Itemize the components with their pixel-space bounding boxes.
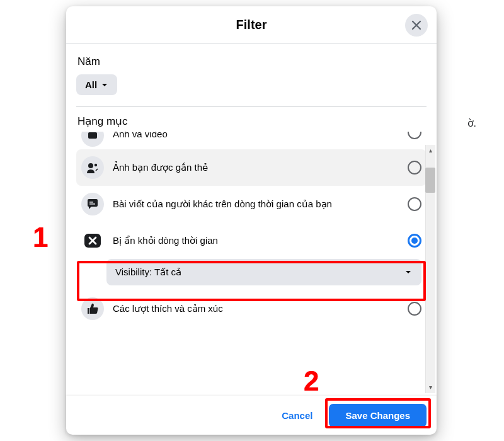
modal-title: Filter (236, 18, 267, 32)
modal-footer: Cancel Save Changes (66, 396, 437, 435)
radio-unselected[interactable] (408, 302, 421, 316)
category-item-label: Bị ẩn khỏi dòng thời gian (113, 234, 399, 247)
year-section-label: Năm (77, 55, 427, 68)
category-list: Ảnh và video Ảnh bạn được gắn thẻ Bài vi… (76, 132, 427, 327)
radio-unselected[interactable] (408, 132, 421, 139)
close-icon (410, 19, 423, 32)
caret-down-icon (101, 81, 108, 89)
photo-video-icon (81, 132, 104, 147)
people-tag-icon (81, 156, 104, 179)
filter-modal: Filter Năm All Hạng mục Ảnh và video (66, 6, 437, 435)
like-icon (81, 297, 104, 320)
modal-header: Filter (66, 6, 437, 44)
category-item-label: Ảnh và video (113, 132, 399, 140)
background-stray-text: ờ. (467, 117, 476, 129)
comment-icon (81, 193, 104, 215)
category-section-label: Hạng mục (77, 115, 427, 128)
radio-unselected[interactable] (408, 161, 421, 175)
modal-body: Năm All Hạng mục Ảnh và video Ảnh bạn đư… (66, 44, 437, 396)
visibility-label: Visibility: Tất cả (115, 266, 181, 278)
category-item-others-posts[interactable]: Bài viết của người khác trên dòng thời g… (76, 186, 427, 222)
section-divider (76, 106, 427, 107)
category-item-label: Các lượt thích và cảm xúc (113, 302, 399, 315)
close-button[interactable] (405, 14, 428, 37)
svg-rect-4 (89, 203, 95, 205)
category-item-hidden[interactable]: Bị ẩn khỏi dòng thời gian (76, 222, 427, 259)
scroll-up-arrow[interactable]: ▴ (427, 146, 434, 155)
category-item-label: Ảnh bạn được gắn thẻ (113, 161, 399, 174)
svg-point-1 (88, 163, 93, 168)
year-selected-label: All (85, 79, 97, 90)
caret-down-icon (404, 268, 413, 277)
svg-point-2 (94, 164, 97, 166)
cancel-button[interactable]: Cancel (270, 404, 324, 427)
category-item-label: Bài viết của người khác trên dòng thời g… (113, 198, 399, 210)
scrollbar-thumb[interactable] (425, 168, 435, 193)
annotation-number-2: 2 (304, 365, 319, 397)
category-item-photos-videos[interactable]: Ảnh và video (76, 132, 427, 149)
annotation-number-1: 1 (33, 222, 48, 253)
category-item-likes-reactions[interactable]: Các lượt thích và cảm xúc (76, 290, 427, 327)
year-dropdown[interactable]: All (76, 74, 117, 95)
save-button[interactable]: Save Changes (329, 404, 427, 427)
radio-selected[interactable] (408, 234, 421, 248)
visibility-dropdown[interactable]: Visibility: Tất cả (106, 259, 421, 285)
category-item-tagged-photos[interactable]: Ảnh bạn được gắn thẻ (76, 149, 427, 186)
scroll-down-arrow[interactable]: ▾ (427, 383, 434, 392)
svg-rect-0 (88, 132, 97, 139)
radio-unselected[interactable] (408, 197, 421, 211)
hidden-icon (81, 229, 104, 252)
svg-rect-3 (89, 202, 93, 203)
